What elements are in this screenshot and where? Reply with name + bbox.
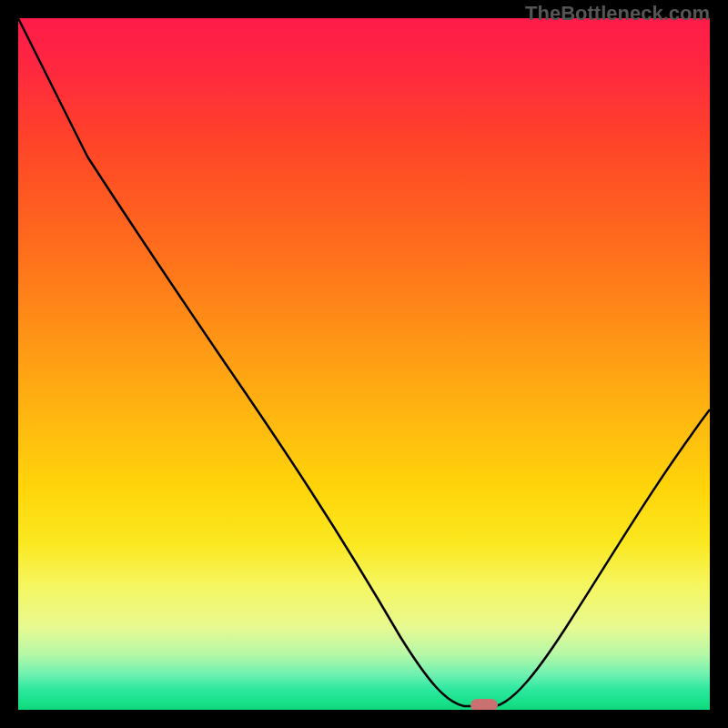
chart-area	[18, 18, 710, 710]
curve-plot	[18, 18, 710, 710]
optimal-point-marker	[470, 699, 498, 710]
bottleneck-curve-path	[18, 18, 710, 706]
watermark-text: TheBottleneck.com	[525, 2, 710, 25]
